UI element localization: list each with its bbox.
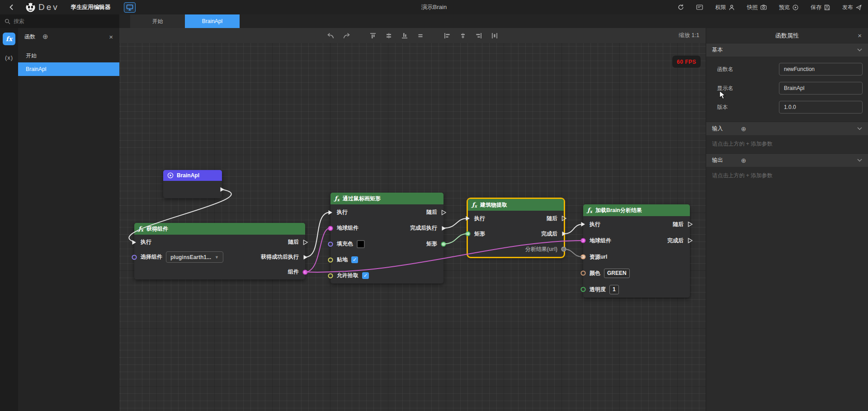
fps-badge: 60 FPS <box>672 56 701 68</box>
align-right-button[interactable] <box>474 31 483 40</box>
distribute-vertical-button[interactable] <box>458 31 467 40</box>
node-load-brain-result[interactable]: ƒx加载Brain分析结果执行随后地球组件完成后资源url颜色GREEN透明度1 <box>583 204 690 298</box>
person-icon <box>729 5 735 10</box>
chevron-down-icon[interactable] <box>857 127 862 130</box>
function-list-item[interactable]: 开始 <box>18 49 119 62</box>
node-get-component[interactable]: ƒx获得组件执行随后选择组件pluginsEarth1...▼获得成功后执行组件 <box>134 223 305 279</box>
icon-rail: fx(x) <box>0 28 18 411</box>
align-bottom-button[interactable] <box>400 31 409 40</box>
input-port[interactable] <box>131 254 137 260</box>
input-port[interactable] <box>327 209 333 215</box>
output-port[interactable] <box>687 238 693 244</box>
canvas-toolbar <box>119 28 706 43</box>
node-header[interactable]: ƒx通过鼠标画矩形 <box>330 193 443 204</box>
add-parameter-hint: 请点击上方的 + 添加参数 <box>706 167 868 185</box>
publish-button[interactable]: 发布 <box>842 4 862 11</box>
value-input[interactable]: 1 <box>609 285 619 294</box>
color-swatch[interactable] <box>357 240 365 248</box>
console-button[interactable] <box>696 5 703 10</box>
component-dropdown[interactable]: pluginsEarth1...▼ <box>166 251 223 263</box>
search-bar[interactable]: 搜索 <box>0 14 119 28</box>
input-port[interactable] <box>465 231 471 237</box>
output-port[interactable] <box>561 246 567 252</box>
input-port[interactable] <box>327 257 334 263</box>
input-port[interactable] <box>580 286 586 293</box>
publish-button-label: 发布 <box>842 4 853 11</box>
input-label: 选择组件 <box>141 253 162 261</box>
field-row: 函数名newFunction <box>717 63 863 76</box>
monitor-toggle-button[interactable] <box>124 2 136 13</box>
output-port[interactable] <box>561 216 567 222</box>
node-row: 透明度1 <box>583 281 690 298</box>
value-input[interactable]: GREEN <box>604 269 630 278</box>
output-port[interactable] <box>561 231 567 237</box>
redo-button[interactable] <box>342 31 351 40</box>
section-bar[interactable]: 基本 <box>706 43 868 57</box>
input-port[interactable] <box>580 237 586 244</box>
input-port[interactable] <box>327 241 334 247</box>
preview-button[interactable]: 预览 <box>779 4 798 11</box>
input-port[interactable] <box>580 254 586 260</box>
distribute-horizontal-button[interactable] <box>490 31 499 40</box>
align-top-button[interactable] <box>368 31 377 40</box>
node-header[interactable]: BrainApl <box>163 170 222 181</box>
chevron-down-icon[interactable] <box>857 159 862 162</box>
output-port[interactable] <box>441 225 447 231</box>
add-parameter-button[interactable]: ⊕ <box>741 157 746 164</box>
input-port[interactable] <box>465 216 471 222</box>
checkbox-checked[interactable]: ✓ <box>351 256 358 263</box>
node-header[interactable]: ƒx获得组件 <box>134 223 305 235</box>
input-label: 地球组件 <box>337 224 359 232</box>
save-button[interactable]: 保存 <box>811 4 830 11</box>
node-row: 执行随后 <box>134 235 305 250</box>
node-body: 执行随后选择组件pluginsEarth1...▼获得成功后执行组件 <box>134 235 305 279</box>
tab-item[interactable]: 开始 <box>130 14 185 28</box>
output-port[interactable] <box>687 222 693 227</box>
back-button[interactable] <box>6 4 16 10</box>
align-left-button[interactable] <box>443 31 452 40</box>
permission-button-label: 权限 <box>715 4 726 11</box>
add-function-button[interactable]: ⊕ <box>42 33 48 41</box>
node-brainapl[interactable]: BrainApl <box>163 170 222 198</box>
node-building-extract[interactable]: ƒx建筑物提取执行随后矩形完成后分析结果(url) <box>468 199 564 257</box>
input-port[interactable] <box>580 222 586 227</box>
node-draw-rect-by-mouse[interactable]: ƒx通过鼠标画矩形执行随后地球组件完成后执行填充色矩形贴地✓允许拾取✓ <box>330 193 443 283</box>
rail-fx-button[interactable]: fx <box>3 33 15 45</box>
checkbox-checked[interactable]: ✓ <box>362 272 369 279</box>
app-logo-icon <box>25 2 36 13</box>
section-bar[interactable]: 输入⊕ <box>706 122 868 135</box>
permission-button[interactable]: 权限 <box>715 4 735 11</box>
output-port[interactable] <box>302 269 308 275</box>
input-port[interactable] <box>131 239 137 245</box>
section-bar[interactable]: 输出⊕ <box>706 153 868 167</box>
output-port[interactable] <box>219 187 225 193</box>
tab-item[interactable]: BrainApl <box>185 14 240 28</box>
rail-variable-button[interactable]: (x) <box>5 54 13 61</box>
function-name-input[interactable]: newFunction <box>779 63 863 76</box>
output-port[interactable] <box>302 239 308 245</box>
node-header[interactable]: ƒx加载Brain分析结果 <box>583 204 690 216</box>
close-properties-button[interactable]: × <box>858 32 862 39</box>
undo-button[interactable] <box>326 31 335 40</box>
align-middle-button[interactable] <box>384 31 393 40</box>
function-list-item[interactable]: BrainApl <box>18 62 119 76</box>
input-port[interactable] <box>580 270 586 276</box>
output-port[interactable] <box>441 209 447 215</box>
node-canvas[interactable]: 缩放 1:1 60 FPS BrainAplƒx获得组件执行随后选择组件plug… <box>119 28 706 411</box>
snapshot-button[interactable]: 快照 <box>747 4 767 11</box>
chevron-down-icon[interactable] <box>857 48 862 52</box>
input-label: 执行 <box>590 221 600 228</box>
input-port[interactable] <box>327 273 334 279</box>
add-parameter-button[interactable]: ⊕ <box>741 125 746 132</box>
close-function-panel-button[interactable]: × <box>109 33 113 41</box>
display-name-input[interactable]: BrainApl <box>779 82 863 94</box>
input-port[interactable] <box>327 225 334 231</box>
node-header[interactable]: ƒx建筑物提取 <box>468 199 564 211</box>
output-port[interactable] <box>302 254 308 260</box>
output-label: 随后 <box>426 208 437 216</box>
output-port[interactable] <box>440 241 447 247</box>
refresh-button[interactable] <box>678 4 684 10</box>
output-label: 随后 <box>288 238 299 246</box>
align-center-button[interactable] <box>416 31 425 40</box>
version-input[interactable]: 1.0.0 <box>779 101 863 113</box>
